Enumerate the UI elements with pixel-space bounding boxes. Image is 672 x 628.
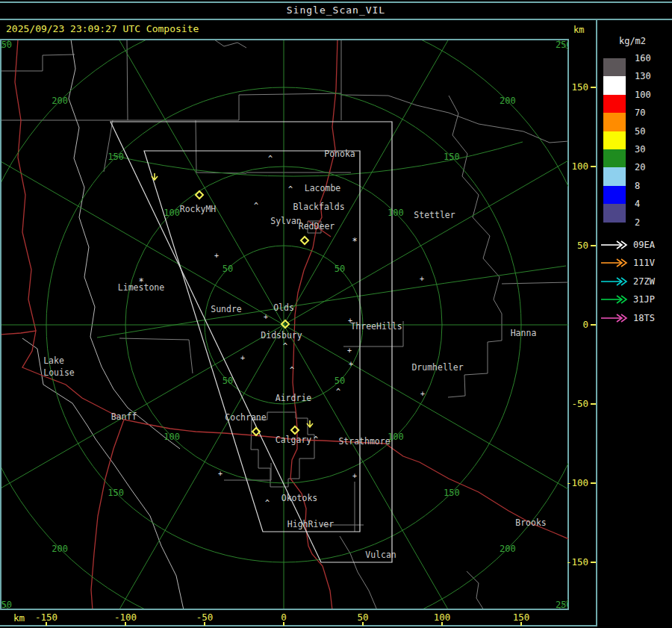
ring-distance-label: 50 xyxy=(223,264,233,274)
spot-marker-star: * xyxy=(138,276,143,287)
park-boundary-line xyxy=(22,338,184,610)
spot-marker-plus: + xyxy=(348,317,352,325)
spot-marker-caret: ^ xyxy=(336,388,340,396)
county-boundary-line xyxy=(340,536,377,610)
vil-scale-value: 2 xyxy=(635,217,665,228)
county-boundary-line xyxy=(502,282,569,284)
bottom-axis-tick-label: -50 xyxy=(196,612,214,623)
city-label-lacombe: Lacombe xyxy=(305,183,341,193)
spot-marker-caret: ^ xyxy=(268,155,273,163)
spot-marker-caret: ^ xyxy=(288,185,293,193)
county-boundary-line xyxy=(127,40,128,120)
ring-distance-label: 100 xyxy=(164,208,180,218)
right-axis-tick-label: -100 xyxy=(566,477,588,488)
ring-distance-label: 200 xyxy=(500,544,516,554)
spot-marker-plus: + xyxy=(352,472,357,480)
county-boundary-line xyxy=(0,55,75,71)
city-label-lake: Lake xyxy=(43,355,64,366)
ring-distance-label: 150 xyxy=(108,488,124,498)
ring-distance-label: 50 xyxy=(335,264,345,274)
spot-marker-plus: + xyxy=(218,470,223,478)
city-label-calgary: Calgary xyxy=(276,435,312,445)
spot-marker-plus: + xyxy=(214,252,219,260)
spot-marker-caret: ^ xyxy=(254,202,258,210)
city-label-threehills: ThreeHills xyxy=(350,321,402,332)
county-boundary-line xyxy=(214,40,246,48)
city-label-louise: Louise xyxy=(43,367,75,378)
spot-marker-plus: + xyxy=(264,313,268,321)
radar-map: 5050505010010010010015015015015020020020… xyxy=(0,0,672,628)
county-boundary-line xyxy=(224,463,271,480)
bottom-axis-tick-label: 150 xyxy=(513,612,530,623)
spot-marker-plus: + xyxy=(347,346,352,355)
bottom-axis-tick-label: -150 xyxy=(35,612,57,623)
ring-distance-label: 100 xyxy=(164,432,180,442)
right-axis-tick-label: 0 xyxy=(582,319,588,330)
radar-application-window: { "window": { "title": "Single_Scan_VIL"… xyxy=(0,0,672,628)
city-label-highriver: HighRiver xyxy=(287,519,334,529)
city-label-rockymh: RockyMH xyxy=(180,204,217,214)
city-label-reddeer: RedDeer xyxy=(299,221,335,231)
vil-scale-value: 130 xyxy=(635,71,665,81)
ring-distance-label: 50 xyxy=(223,376,233,386)
spot-marker-plus: + xyxy=(240,354,245,362)
bottom-axis-unit-label: km xyxy=(13,612,25,624)
vil-scale-value: 50 xyxy=(635,126,665,137)
city-label-hanna: Hanna xyxy=(511,328,537,338)
radar-site-diamond xyxy=(301,237,308,244)
city-label-sundre: Sundre xyxy=(211,304,242,314)
vil-scale-value: 20 xyxy=(635,162,665,172)
park-boundary-line xyxy=(69,40,180,449)
ring-distance-label: 100 xyxy=(388,208,404,218)
bottom-axis-tick-label: -100 xyxy=(114,612,137,623)
radial-line xyxy=(0,325,284,628)
radial-line xyxy=(284,0,672,325)
right-axis-tick-label: -50 xyxy=(571,398,588,409)
city-label-airdrie: Airdrie xyxy=(276,393,312,403)
ring-distance-label: 250 xyxy=(0,40,12,50)
ring-distance-label: 200 xyxy=(500,96,516,106)
right-axis-tick-label: -150 xyxy=(566,556,588,568)
ring-distance-label: 50 xyxy=(335,376,345,386)
city-label-cochrane: Cochrane xyxy=(225,412,266,423)
right-axis-tick-label: 150 xyxy=(571,81,588,93)
radial-line xyxy=(0,325,284,628)
right-axis-tick-label: 100 xyxy=(571,161,588,172)
county-boundary-line xyxy=(341,95,569,143)
city-label-strathmore: Strathmore xyxy=(338,436,390,447)
city-label-vulcan: Vulcan xyxy=(365,550,396,560)
graticule-arc xyxy=(112,142,523,176)
spot-marker-caret: ^ xyxy=(265,499,270,507)
ring-distance-label: 250 xyxy=(556,40,572,50)
city-label-didsbury: Didsbury xyxy=(261,330,302,341)
scan-area-box xyxy=(111,122,392,562)
ring-distance-label: 150 xyxy=(444,488,460,498)
spot-marker-caret: ^ xyxy=(290,366,294,374)
ring-distance-label: 200 xyxy=(52,96,68,106)
highway-line xyxy=(91,420,124,610)
spot-marker-caret: ^ xyxy=(283,342,287,350)
spot-marker-plus: + xyxy=(420,275,424,283)
county-boundary-line xyxy=(104,120,113,172)
county-boundary-line xyxy=(119,338,193,373)
vil-scale-value: 4 xyxy=(635,199,665,209)
vil-scale-value: 100 xyxy=(635,90,665,100)
bottom-axis-tick-label: 100 xyxy=(434,612,451,623)
map-layers: 5050505010010010010015015015015020020020… xyxy=(0,0,672,628)
vil-scale-value: 160 xyxy=(635,53,665,63)
spot-marker-star: * xyxy=(352,236,357,246)
ring-distance-label: 250 xyxy=(556,600,572,610)
city-label-brooks: Brooks xyxy=(515,517,547,528)
ring-distance-label: 200 xyxy=(52,544,68,554)
ring-distance-label: 150 xyxy=(444,152,460,162)
city-label-ponoka: Ponoka xyxy=(324,149,355,159)
city-label-olds: Olds xyxy=(273,302,294,313)
county-boundary-line xyxy=(448,96,502,397)
vil-scale-value: 70 xyxy=(635,108,665,118)
city-label-sylvan: Sylvan xyxy=(270,216,302,226)
spot-marker-caret: ^ xyxy=(314,435,318,444)
radial-line xyxy=(284,0,672,325)
city-label-blackfalds: Blackfalds xyxy=(293,202,344,212)
bottom-axis-tick-label: 0 xyxy=(281,612,287,623)
spot-marker-plus: + xyxy=(349,360,353,368)
